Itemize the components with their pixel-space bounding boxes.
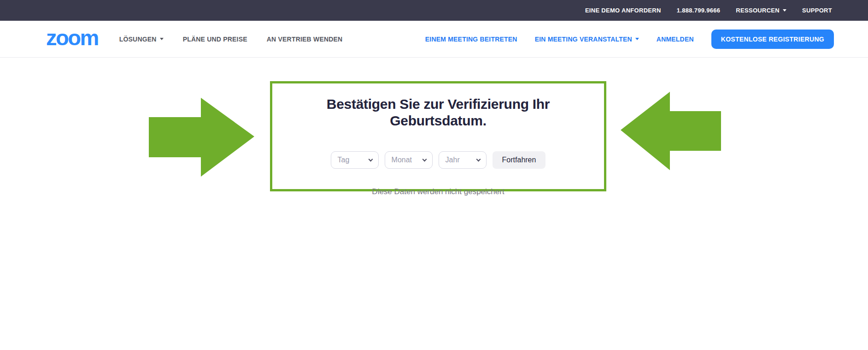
birthdate-controls: Tag Monat Jahr Fortfahren (272, 151, 604, 169)
chevron-down-icon (160, 38, 164, 40)
nav-link-host-meeting-label: EIN MEETING VERANSTALTEN (535, 36, 632, 43)
month-select-placeholder: Monat (392, 156, 412, 164)
top-utility-bar: EINE DEMO ANFORDERN 1.888.799.9666 RESSO… (0, 0, 868, 21)
chevron-down-icon (476, 157, 481, 161)
nav-link-host-meeting[interactable]: EIN MEETING VERANSTALTEN (535, 36, 639, 43)
topbar-link-resources[interactable]: RESSOURCEN (736, 7, 786, 14)
year-select-placeholder: Jahr (446, 156, 460, 164)
chevron-down-icon (422, 157, 427, 161)
main-header: zoom LÖSUNGEN PLÄNE UND PREISE AN VERTRI… (0, 21, 868, 58)
nav-item-solutions[interactable]: LÖSUNGEN (119, 36, 164, 43)
topbar-phone-number[interactable]: 1.888.799.9666 (677, 7, 721, 14)
age-verification-box: Bestätigen Sie zur Verifizierung Ihr Geb… (270, 81, 606, 191)
chevron-down-icon (635, 38, 639, 40)
chevron-down-icon (368, 157, 373, 161)
free-signup-button[interactable]: KOSTENLOSE REGISTRIERUNG (711, 30, 834, 49)
topbar-link-request-demo[interactable]: EINE DEMO ANFORDERN (585, 7, 661, 14)
nav-item-contact-sales[interactable]: AN VERTRIEB WENDEN (267, 36, 343, 43)
secondary-nav: EINEM MEETING BEITRETEN EIN MEETING VERA… (425, 30, 834, 49)
zoom-logo[interactable]: zoom (46, 27, 98, 51)
nav-item-plans-pricing[interactable]: PLÄNE UND PREISE (183, 36, 247, 43)
day-select[interactable]: Tag (331, 151, 379, 169)
primary-nav: LÖSUNGEN PLÄNE UND PREISE AN VERTRIEB WE… (119, 36, 343, 43)
month-select[interactable]: Monat (385, 151, 433, 169)
day-select-placeholder: Tag (338, 156, 350, 164)
continue-button[interactable]: Fortfahren (493, 151, 546, 169)
topbar-link-resources-label: RESSOURCEN (736, 7, 780, 14)
chevron-down-icon (783, 9, 786, 12)
year-select[interactable]: Jahr (439, 151, 487, 169)
green-arrow-right-icon (149, 98, 254, 177)
verification-title: Bestätigen Sie zur Verifizierung Ihr Geb… (282, 96, 595, 129)
privacy-note: Diese Daten werden nicht gespeichert (272, 187, 604, 196)
nav-link-join-meeting[interactable]: EINEM MEETING BEITRETEN (425, 36, 517, 43)
nav-item-solutions-label: LÖSUNGEN (119, 36, 157, 43)
nav-link-sign-in[interactable]: ANMELDEN (657, 36, 694, 43)
green-arrow-left-icon (621, 92, 721, 170)
topbar-link-support[interactable]: SUPPORT (802, 7, 832, 14)
page-content: Bestätigen Sie zur Verifizierung Ihr Geb… (0, 58, 868, 350)
